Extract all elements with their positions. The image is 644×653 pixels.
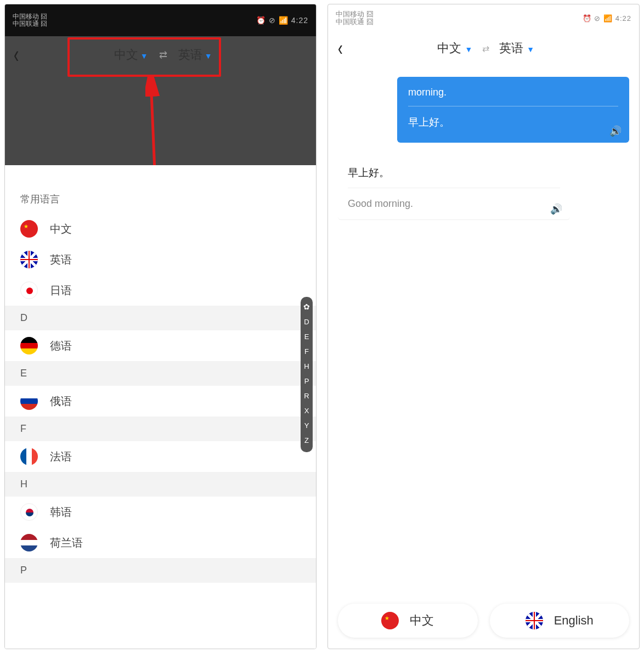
language-label: 荷兰语: [50, 536, 83, 550]
flag-kr-icon: [20, 503, 38, 521]
speaker-icon[interactable]: [609, 125, 622, 137]
flag-uk-icon: [20, 251, 38, 268]
flag-de-icon: [20, 337, 38, 354]
speak-button-label: English: [554, 613, 594, 628]
flag-cn-icon: [381, 612, 399, 629]
section-header: E: [5, 361, 316, 386]
index-letter[interactable]: H: [304, 362, 309, 370]
carrier-2: 中国联通 囧: [336, 18, 374, 26]
language-label: 德语: [50, 339, 72, 353]
bubble-source-text: 早上好。: [348, 166, 560, 188]
index-letter[interactable]: ✿: [303, 302, 310, 311]
speak-buttons: 中文 English: [338, 604, 629, 638]
source-language-selector[interactable]: 中文▼: [437, 40, 472, 57]
language-label: 日语: [50, 283, 72, 298]
status-right: ⏰ ⊘ 📶 4:22: [256, 16, 308, 25]
language-item[interactable]: 俄语: [5, 386, 316, 416]
section-header: P: [5, 558, 316, 583]
annotation-highlight-box: [67, 37, 221, 77]
index-letter[interactable]: E: [304, 333, 309, 341]
message-bubble-incoming[interactable]: morning. 早上好。: [397, 77, 629, 143]
language-label: 法语: [50, 449, 72, 464]
flag-fr-icon: [20, 448, 38, 465]
flag-jp-icon: [20, 282, 38, 299]
conversation-area: morning. 早上好。 早上好。 Good morning.: [328, 65, 639, 649]
language-label: 韩语: [50, 505, 72, 520]
status-right: ⏰ ⊘ 📶 4:22: [583, 14, 631, 22]
section-header: F: [5, 416, 316, 441]
index-letter[interactable]: R: [304, 392, 309, 400]
target-language-label: 英语: [499, 41, 523, 55]
source-language-label: 中文: [437, 41, 461, 55]
chevron-down-icon: ▼: [527, 45, 534, 54]
message-bubble-outgoing[interactable]: 早上好。 Good morning.: [338, 158, 570, 220]
index-letter[interactable]: D: [304, 318, 309, 326]
language-label: 俄语: [50, 394, 72, 409]
bubble-target-text: 早上好。: [408, 106, 618, 135]
chevron-down-icon: ▼: [465, 45, 472, 54]
status-bar-left: 中国移动 囧 中国联通 囧 ⏰ ⊘ 📶 4:22: [5, 4, 316, 36]
flag-ru-icon: [20, 392, 38, 410]
status-bar-right: 中国移动 囧 中国联通 囧 ⏰ ⊘ 📶 4:22: [328, 4, 639, 32]
screen-left: 中国移动 囧 中国联通 囧 ⏰ ⊘ 📶 4:22 ‹ 中文▼ ⇄ 英语▼ 常用语…: [4, 4, 317, 649]
flag-cn-icon: [20, 220, 38, 238]
language-item[interactable]: 德语: [5, 330, 316, 361]
index-letter[interactable]: P: [304, 377, 309, 385]
language-picker-sheet[interactable]: 常用语言 中文 英语 日语 D 德语 E 俄语 F 法语 H 韩语: [5, 165, 316, 649]
language-item[interactable]: 法语: [5, 441, 316, 472]
speak-button-source[interactable]: 中文: [338, 604, 478, 638]
speak-button-label: 中文: [410, 612, 434, 629]
back-icon[interactable]: ‹: [338, 36, 343, 61]
swap-icon[interactable]: ⇄: [482, 43, 489, 54]
speaker-icon[interactable]: [550, 203, 562, 215]
index-letter[interactable]: Y: [304, 421, 309, 430]
bubble-source-text: morning.: [408, 87, 618, 106]
section-header: D: [5, 306, 316, 330]
language-item[interactable]: 荷兰语: [5, 527, 316, 558]
back-icon[interactable]: ‹: [14, 41, 19, 69]
section-header: H: [5, 472, 316, 497]
index-letter[interactable]: Z: [304, 436, 309, 444]
language-label: 中文: [50, 222, 72, 237]
language-item[interactable]: 中文: [5, 213, 316, 244]
flag-uk-icon: [526, 612, 543, 629]
language-item[interactable]: 英语: [5, 244, 316, 275]
speak-button-target[interactable]: English: [490, 604, 630, 638]
index-letter[interactable]: F: [304, 347, 309, 356]
translate-header: ‹ 中文▼ ⇄ 英语▼: [328, 32, 639, 65]
language-item[interactable]: 韩语: [5, 497, 316, 527]
language-label: 英语: [50, 252, 72, 267]
language-item[interactable]: 日语: [5, 275, 316, 306]
alphabet-index[interactable]: ✿DEFHPRXYZ: [301, 297, 313, 452]
flag-nl-icon: [20, 534, 38, 551]
carrier-2: 中国联通 囧: [13, 20, 47, 27]
screen-right: 中国移动 囧 中国联通 囧 ⏰ ⊘ 📶 4:22 ‹ 中文▼ ⇄ 英语▼ mor…: [327, 4, 640, 649]
language-pair: 中文▼ ⇄ 英语▼: [437, 40, 534, 57]
bubble-target-text: Good morning.: [348, 188, 560, 214]
target-language-selector[interactable]: 英语▼: [499, 40, 534, 57]
index-letter[interactable]: X: [304, 407, 309, 415]
sheet-title: 常用语言: [5, 193, 316, 213]
carrier-1: 中国移动 囧: [336, 10, 374, 18]
